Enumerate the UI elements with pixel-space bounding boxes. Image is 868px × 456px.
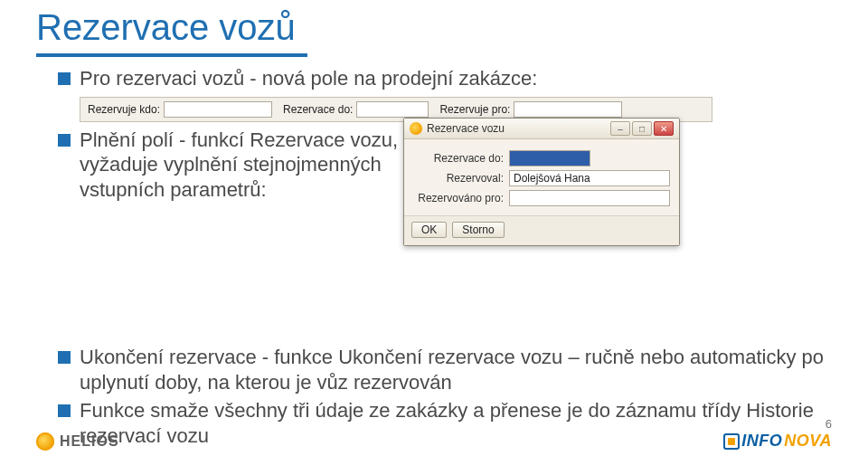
infonova-text-right: NOVA bbox=[784, 432, 832, 451]
dialog-close-button[interactable]: ✕ bbox=[654, 121, 674, 136]
field-reserves-for-input[interactable] bbox=[514, 101, 622, 118]
bullet-icon bbox=[58, 134, 71, 147]
bullet-icon bbox=[58, 72, 71, 85]
bullet-3-text: Ukončení rezervace - funkce Ukončení rez… bbox=[80, 345, 832, 394]
dialog-cancel-button[interactable]: Storno bbox=[452, 222, 504, 238]
infonova-text-left: INFO bbox=[741, 432, 782, 451]
title-underline bbox=[36, 53, 307, 57]
bullet-1: Pro rezervaci vozů - nová pole na prodej… bbox=[58, 66, 832, 91]
bullet-1-text: Pro rezervaci vozů - nová pole na prodej… bbox=[80, 66, 832, 91]
field-reserves-who-input[interactable] bbox=[164, 101, 272, 118]
dialog-maximize-button[interactable]: □ bbox=[632, 121, 652, 136]
dialog-reserved-by-label: Rezervoval: bbox=[413, 172, 504, 185]
helios-text: HELIOS bbox=[60, 433, 119, 450]
field-reserves-who-label: Rezervuje kdo: bbox=[88, 103, 160, 116]
reservation-dialog: Rezervace vozu – □ ✕ Rezervace do: Rezer… bbox=[403, 118, 680, 246]
dialog-titlebar[interactable]: Rezervace vozu – □ ✕ bbox=[404, 119, 679, 139]
bullet-2: Plnění polí - funkcí Rezervace vozu, vyž… bbox=[58, 128, 429, 203]
page-number: 6 bbox=[826, 417, 832, 431]
helios-sun-icon bbox=[36, 432, 54, 451]
bullet-icon bbox=[58, 351, 71, 364]
dialog-reserve-until-label: Rezervace do: bbox=[413, 152, 504, 165]
field-reserves-for-label: Rezervuje pro: bbox=[439, 103, 510, 116]
bullet-3: Ukončení rezervace - funkce Ukončení rez… bbox=[58, 345, 832, 394]
field-reserve-until-input[interactable] bbox=[356, 101, 429, 118]
dialog-reserved-by-input[interactable]: Dolejšová Hana bbox=[509, 170, 670, 186]
dialog-reserved-for-label: Rezervováno pro: bbox=[413, 192, 504, 204]
infonova-logo: INFO NOVA bbox=[723, 432, 832, 451]
dialog-reserve-until-input[interactable] bbox=[509, 150, 590, 166]
bullet-2-text: Plnění polí - funkcí Rezervace vozu, vyž… bbox=[80, 128, 429, 203]
helios-logo: HELIOS bbox=[36, 432, 119, 451]
dialog-ok-button[interactable]: OK bbox=[411, 222, 447, 238]
bullet-icon bbox=[58, 404, 71, 417]
page-title: Rezervace vozů bbox=[36, 7, 832, 48]
infonova-icon bbox=[723, 433, 740, 450]
dialog-reserved-for-input[interactable] bbox=[509, 190, 670, 206]
field-reserve-until-label: Rezervace do: bbox=[283, 103, 353, 116]
dialog-icon bbox=[410, 122, 422, 135]
dialog-minimize-button[interactable]: – bbox=[610, 121, 630, 136]
dialog-title: Rezervace vozu bbox=[427, 122, 505, 135]
